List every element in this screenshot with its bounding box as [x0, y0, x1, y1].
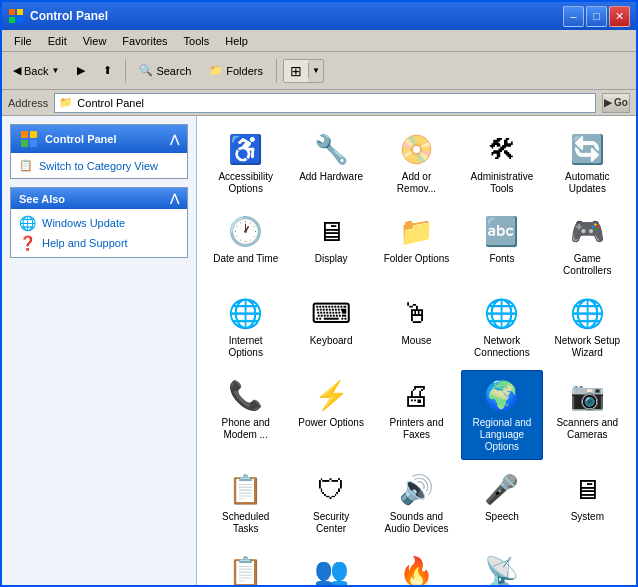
sidebar-see-also-section: See Also ⋀ 🌐 Windows Update ❓ Help and S…	[10, 187, 188, 258]
icon-item-network-setup[interactable]: 🌐Network Setup Wizard	[547, 288, 628, 366]
control-panel-window: Control Panel – □ ✕ File Edit View Favor…	[0, 0, 638, 587]
auto-updates-icon: 🔄	[569, 131, 605, 167]
icon-item-user-accounts[interactable]: 👥User Accounts	[290, 546, 371, 585]
window-icon	[8, 8, 24, 24]
menu-edit[interactable]: Edit	[40, 33, 75, 49]
folder-options-label: Folder Options	[384, 253, 450, 265]
add-hardware-icon: 🔧	[313, 131, 349, 167]
scanners-cameras-icon: 📷	[569, 377, 605, 413]
icon-item-speech[interactable]: 🎤Speech	[461, 464, 542, 542]
help-support-link[interactable]: ❓ Help and Support	[19, 235, 179, 251]
menu-help[interactable]: Help	[217, 33, 256, 49]
icon-item-fonts[interactable]: 🔤Fonts	[461, 206, 542, 284]
network-connections-icon: 🌐	[484, 295, 520, 331]
security-center-icon: 🛡	[313, 471, 349, 507]
admin-tools-label: Administrative Tools	[470, 171, 533, 195]
back-button[interactable]: ◀ Back ▼	[6, 60, 66, 81]
views-button[interactable]: ⊞ ▼	[283, 59, 324, 83]
icon-item-date-time[interactable]: 🕐Date and Time	[205, 206, 286, 284]
printers-faxes-icon: 🖨	[398, 377, 434, 413]
windows-update-link[interactable]: 🌐 Windows Update	[19, 215, 179, 231]
see-also-title: See Also	[19, 193, 65, 205]
wireless-setup-icon: 📡	[484, 553, 520, 585]
svg-rect-6	[21, 140, 28, 147]
windows-update-label: Windows Update	[42, 217, 125, 229]
network-setup-icon: 🌐	[569, 295, 605, 331]
icon-item-add-remove[interactable]: 📀Add or Remov...	[376, 124, 457, 202]
up-button[interactable]: ⬆	[96, 60, 119, 81]
date-time-icon: 🕐	[228, 213, 264, 249]
icon-item-accessibility[interactable]: ♿Accessibility Options	[205, 124, 286, 202]
icon-item-internet-options[interactable]: 🌐Internet Options	[205, 288, 286, 366]
icon-item-regional-language[interactable]: 🌍Regional and Language Options	[461, 370, 542, 460]
close-button[interactable]: ✕	[609, 6, 630, 27]
sounds-audio-label: Sounds and Audio Devices	[385, 511, 449, 535]
svg-rect-2	[9, 17, 15, 23]
sidebar-see-also-header[interactable]: See Also ⋀	[11, 188, 187, 209]
views-icon[interactable]: ⊞	[284, 60, 308, 82]
go-label: Go	[614, 97, 628, 108]
icon-item-security-center[interactable]: 🛡Security Center	[290, 464, 371, 542]
icon-item-phone-modem[interactable]: 📞Phone and Modem ...	[205, 370, 286, 460]
windows-firewall-icon: 🔥	[398, 553, 434, 585]
folders-button[interactable]: 📁 Folders	[202, 60, 270, 81]
icon-item-scheduled-tasks[interactable]: 📋Scheduled Tasks	[205, 464, 286, 542]
system-icon: 🖥	[569, 471, 605, 507]
menu-file[interactable]: File	[6, 33, 40, 49]
icon-item-network-connections[interactable]: 🌐Network Connections	[461, 288, 542, 366]
mouse-label: Mouse	[401, 335, 431, 347]
icon-item-add-hardware[interactable]: 🔧Add Hardware	[290, 124, 371, 202]
minimize-button[interactable]: –	[563, 6, 584, 27]
icon-item-game-controllers[interactable]: 🎮Game Controllers	[547, 206, 628, 284]
icon-item-auto-updates[interactable]: 🔄Automatic Updates	[547, 124, 628, 202]
help-support-icon: ❓	[19, 235, 36, 251]
icon-item-power-options[interactable]: ⚡Power Options	[290, 370, 371, 460]
icon-item-mouse[interactable]: 🖱Mouse	[376, 288, 457, 366]
views-dropdown-icon[interactable]: ▼	[308, 63, 323, 78]
icon-item-admin-tools[interactable]: 🛠Administrative Tools	[461, 124, 542, 202]
sidebar-control-panel-section: Control Panel ⋀ 📋 Switch to Category Vie…	[10, 124, 188, 179]
search-button[interactable]: 🔍 Search	[132, 60, 198, 81]
icon-item-folder-options[interactable]: 📁Folder Options	[376, 206, 457, 284]
icon-item-display[interactable]: 🖥Display	[290, 206, 371, 284]
svg-rect-4	[21, 131, 28, 138]
go-button[interactable]: ▶ Go	[602, 93, 630, 113]
maximize-button[interactable]: □	[586, 6, 607, 27]
phone-modem-label: Phone and Modem ...	[222, 417, 270, 441]
svg-rect-1	[17, 9, 23, 15]
icon-item-taskbar-start[interactable]: 📋Taskbar and Start Menu	[205, 546, 286, 585]
icon-item-keyboard[interactable]: ⌨Keyboard	[290, 288, 371, 366]
icon-item-printers-faxes[interactable]: 🖨Printers and Faxes	[376, 370, 457, 460]
panel-collapse-icon[interactable]: ⋀	[170, 133, 179, 146]
icon-item-sounds-audio[interactable]: 🔊Sounds and Audio Devices	[376, 464, 457, 542]
regional-language-label: Regional and Language Options	[472, 417, 531, 453]
icon-item-wireless-setup[interactable]: 📡Wireless Network Set...	[461, 546, 542, 585]
power-options-icon: ⚡	[313, 377, 349, 413]
control-panel-icon	[19, 129, 39, 149]
icon-item-windows-firewall[interactable]: 🔥Windows Firewall	[376, 546, 457, 585]
icon-item-system[interactable]: 🖥System	[547, 464, 628, 542]
see-also-collapse-icon[interactable]: ⋀	[170, 192, 179, 205]
folders-label: Folders	[226, 65, 263, 77]
regional-language-icon: 🌍	[484, 377, 520, 413]
menu-tools[interactable]: Tools	[176, 33, 218, 49]
game-controllers-label: Game Controllers	[563, 253, 611, 277]
menu-favorites[interactable]: Favorites	[114, 33, 175, 49]
internet-options-label: Internet Options	[228, 335, 262, 359]
switch-view-link[interactable]: 📋 Switch to Category View	[19, 159, 179, 172]
fonts-label: Fonts	[489, 253, 514, 265]
forward-button[interactable]: ▶	[70, 60, 92, 81]
title-bar-left: Control Panel	[8, 8, 108, 24]
taskbar-start-icon: 📋	[228, 553, 264, 585]
sidebar-panel-header[interactable]: Control Panel ⋀	[11, 125, 187, 153]
sidebar: Control Panel ⋀ 📋 Switch to Category Vie…	[2, 116, 197, 585]
title-bar: Control Panel – □ ✕	[2, 2, 636, 30]
menu-view[interactable]: View	[75, 33, 115, 49]
speech-label: Speech	[485, 511, 519, 523]
icon-item-scanners-cameras[interactable]: 📷Scanners and Cameras	[547, 370, 628, 460]
game-controllers-icon: 🎮	[569, 213, 605, 249]
security-center-label: Security Center	[313, 511, 349, 535]
icons-grid: ♿Accessibility Options🔧Add Hardware📀Add …	[205, 124, 628, 585]
back-dropdown-icon: ▼	[51, 66, 59, 75]
address-field: 📁 Control Panel	[54, 93, 596, 113]
